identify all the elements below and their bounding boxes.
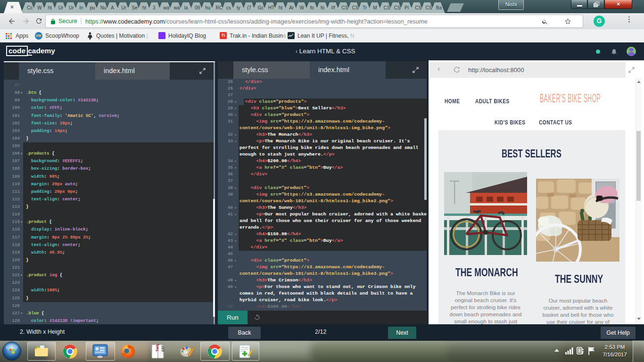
svg-text:ERP 9: ERP 9	[161, 344, 165, 352]
svg-text:Tally: Tally	[155, 344, 159, 352]
